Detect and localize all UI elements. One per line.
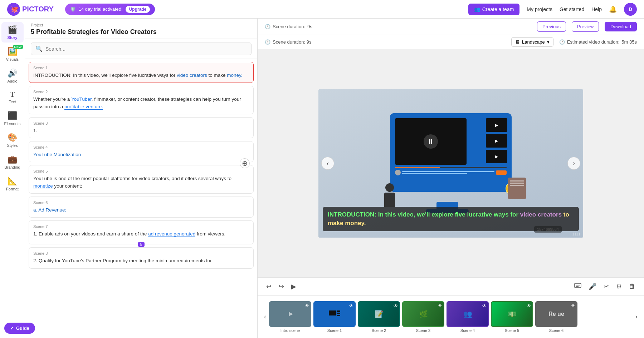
scene-text-5: YouTube is one of the most popular platf… [33,175,249,190]
main-video-area: ⏸ [395,118,467,165]
previous-button[interactable]: Previous [537,21,566,32]
profile-line-1 [402,171,494,172]
scene-block-6[interactable]: Scene 6 a. Ad Revenue: [29,197,254,218]
tl-label-4: Scene 4 [460,328,475,333]
nav-right: 👥 Create a team My projects Get started … [468,3,637,16]
notification-icon[interactable]: 🔔 [609,5,617,13]
nav-next-button[interactable]: › [567,157,580,170]
sidebar-item-styles[interactable]: 🎨 Styles [1,130,24,150]
scene-text-3: 1. [33,127,249,134]
project-label: Project [31,23,157,27]
tl-eye-icon-3[interactable]: 👁 [438,303,442,308]
play-icon-sm-3: ▶ [495,154,498,159]
scene-label-6: Scene 6 [33,200,249,205]
tl-scene-intro[interactable]: 👁 Intro scene [269,301,311,333]
tl-thumb-1: 👁 [313,301,356,327]
controls-bar: ↩ ↪ ▶ 🎤 ✂ ⚙ 🗑 [258,277,644,295]
sidebar-item-elements[interactable]: ⬛ Elements [1,108,24,129]
scene-block-1[interactable]: Scene 1 INTRODUCTION: In this video, we'… [29,62,254,83]
scene-block-3[interactable]: Scene 3 1. [29,117,254,138]
tl-eye-icon-5[interactable]: 👁 [527,303,531,308]
scene-label-5: Scene 5 [33,169,249,173]
tl-eye-icon-4[interactable]: 👁 [482,303,487,308]
preview-button[interactable]: Preview [572,21,599,32]
tl-scene-3[interactable]: 🌿 👁 Scene 3 [402,301,444,333]
right-panel: 🕐 Scene duration: 9s Previous Preview Do… [258,19,644,338]
orientation-label: Landscape [522,39,545,45]
tl-eye-icon-6[interactable]: 👁 [571,303,575,308]
figure-person [381,183,399,208]
topnav: 🐙 PICTORY 🛡️ 14 day trial activated! Upg… [0,0,644,19]
timeline-next-button[interactable]: › [633,313,640,320]
tl-scene-6[interactable]: Re ue 👁 Scene 6 [535,301,577,333]
scene-text-1: INTRODUCTION: In this video, we'll explo… [33,72,249,79]
mic-button[interactable]: 🎤 [587,280,598,292]
settings-button[interactable]: ⚙ [615,280,623,292]
shield-icon: 🛡️ [70,6,76,12]
watermark: 1111 [572,232,580,236]
sidebar-item-format[interactable]: 📐 Format [1,174,24,194]
scene-text-6: a. Ad Revenue: [33,207,249,214]
tl-label-intro: Intro scene [280,328,300,333]
tl-eye-icon-2[interactable]: 👁 [394,303,398,308]
sidebar-label-elements: Elements [4,121,21,126]
middle-panel: Project 5 Profitable Strategies for Vide… [25,19,258,338]
caption-highlight1: video creators [520,211,562,218]
scene-text-7: 1. Enable ads on your videos and earn a … [33,230,249,238]
caption-intro: INTRODUCTION: In this video, we'll explo… [328,211,494,218]
play-button[interactable]: ▶ [290,281,298,292]
logo-icon: 🐙 [7,3,20,16]
video-area: ⊕ ‹ › ⏸ [258,49,644,277]
tl-label-3: Scene 3 [416,328,430,333]
avatar[interactable]: D [624,3,637,16]
sidebar-item-branding[interactable]: 💼 Branding [1,152,24,172]
sidebar-label-branding: Branding [4,165,20,169]
progress-fill [395,167,440,168]
sidebar-label-visuals: Visuals [6,57,19,61]
tl-eye-icon-intro[interactable]: 👁 [305,303,309,308]
timeline-prev-button[interactable]: ‹ [261,313,269,320]
sidebar-item-story[interactable]: 🎬 Story [1,22,24,43]
tl-scene-5[interactable]: 💵 👁 Scene 5 [491,301,533,333]
scene-duration-info2: 🕐 Scene duration: 9s [265,39,311,45]
sidebar-item-text[interactable]: T Text [1,88,24,107]
add-scene-left-button[interactable]: ⊕ [240,158,250,168]
tl-scene-1[interactable]: 👁 Scene 1 [313,301,356,333]
tl-label-6: Scene 6 [549,328,564,333]
tl-scene-2[interactable]: 📝 👁 Scene 2 [358,301,400,333]
tl-label-5: Scene 5 [505,328,519,333]
download-button[interactable]: Download [605,22,637,31]
subtitles-button[interactable] [573,280,583,292]
scene-block-7[interactable]: Scene 7 1. Enable ads on your videos and… [29,220,254,244]
sidebar-label-audio: Audio [7,79,17,83]
tl-scene-4[interactable]: 👥 👁 Scene 4 [447,301,489,333]
help-link[interactable]: Help [591,6,602,12]
my-projects-link[interactable]: My projects [527,6,552,12]
caption-ways: ways for [494,211,520,218]
sidebar-videos: ▶ ▶ ▶ [486,118,507,163]
delete-button[interactable]: 🗑 [628,280,637,292]
upgrade-button[interactable]: Upgrade [126,6,150,13]
get-started-link[interactable]: Get started [560,6,584,12]
redo-button[interactable]: ↪ [277,281,286,292]
tl-thumb-6: Re ue 👁 [535,301,577,327]
tl-eye-icon-1[interactable]: 👁 [349,303,353,308]
sidebar-item-audio[interactable]: 🔊 Audio [1,66,24,86]
sidebar-item-wrapper-visuals: 🖼️ Visuals NEW [1,44,24,64]
guide-button[interactable]: ✓ Guide [4,323,35,334]
scene-block-2[interactable]: Scene 2 Whether you're a YouTuber, filmm… [29,86,254,114]
sv-item-3: ▶ [486,150,507,163]
undo-button[interactable]: ↩ [265,281,273,292]
scene-block-5[interactable]: Scene 5 YouTube is one of the most popul… [29,165,254,194]
scene-label-7: Scene 7 [33,224,249,229]
scene-block-4[interactable]: Scene 4 YouTube Monetization [29,141,254,162]
search-input[interactable] [45,46,247,52]
nav-previous-button[interactable]: ‹ [321,157,334,170]
logo-area: 🐙 PICTORY [7,3,54,16]
create-team-button[interactable]: 👥 Create a team [468,4,520,15]
timeline-scroll: 👁 Intro scene 👁 Scene 1 [269,301,633,333]
cut-button[interactable]: ✂ [602,280,610,292]
landscape-selector[interactable]: 🖥 Landscape ▾ [511,37,553,47]
figure-body [384,193,395,207]
scene-block-8[interactable]: Scene 8 2. Qualify for YouTube's Partner… [29,247,254,268]
